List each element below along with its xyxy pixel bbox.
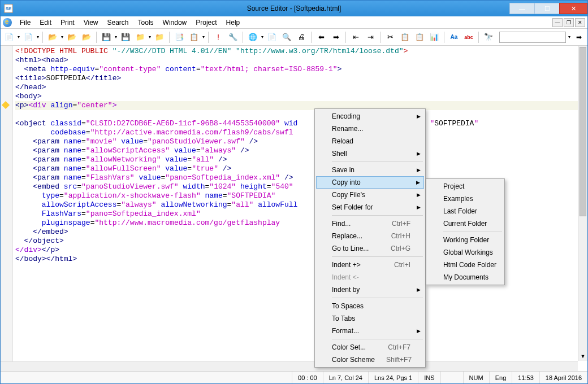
bookmark-icon[interactable] [2, 101, 10, 109]
open2-icon[interactable]: 📂 [66, 31, 78, 43]
menu-item-reload[interactable]: Reload [316, 135, 424, 147]
copy2-icon[interactable]: 📋 [399, 31, 411, 43]
paste2-icon[interactable]: 📋 [413, 31, 426, 43]
menu-item-indent-[interactable]: Indent +>Ctrl+I [316, 259, 424, 271]
status-timer: 00 : 00 [292, 372, 323, 383]
scroll-down-icon[interactable]: ▼ [578, 351, 587, 361]
folder2-icon[interactable]: 📁 [153, 31, 166, 43]
horizontal-scrollbar[interactable] [1, 361, 578, 371]
exclaim-icon[interactable]: ! [212, 31, 224, 43]
indent-left-icon[interactable]: ⇤ [349, 31, 362, 43]
menu-item-rename-[interactable]: Rename... [316, 123, 424, 135]
save-icon[interactable]: 💾 [100, 31, 113, 43]
font-abc-icon[interactable]: abc [462, 31, 475, 43]
context-menu[interactable]: Encoding▶Rename...ReloadShell▶Save in▶Co… [314, 108, 426, 368]
menu-item-copy-into[interactable]: Copy into▶ [316, 176, 424, 189]
menu-tools[interactable]: Tools [133, 18, 158, 28]
menu-item-working-folder[interactable]: Working Folder [427, 234, 503, 246]
new-blank-icon[interactable]: 📄 [22, 31, 34, 43]
menu-item-encoding[interactable]: Encoding▶ [316, 110, 424, 123]
menu-item-find-[interactable]: Find...Ctrl+F [316, 217, 424, 230]
menubar: FileEditPrintViewSearchToolsWindowProjec… [1, 16, 587, 29]
menu-item-color-scheme[interactable]: Color SchemeShift+F7 [316, 354, 424, 366]
menu-item-global-workings[interactable]: Global Workings [427, 246, 503, 259]
menu-file[interactable]: File [15, 18, 35, 28]
mdi-restore-button[interactable]: ❐ [564, 18, 574, 27]
menu-item-my-documents[interactable]: My Documents [427, 271, 503, 283]
window-title: Source Editor - [Softpedia.html] [247, 5, 341, 12]
status-insert-mode[interactable]: INS [418, 372, 440, 383]
status-numlock: NUM [463, 372, 489, 383]
page-icon[interactable]: 📄 [266, 31, 278, 43]
gutter[interactable] [1, 46, 13, 371]
menu-item-go-to-line-[interactable]: Go to Line...Ctrl+G [316, 242, 424, 255]
go-button[interactable]: ➡ [573, 31, 585, 43]
menu-help[interactable]: Help [222, 18, 245, 28]
copy-icon[interactable]: 📑 [173, 31, 185, 43]
menu-item-indent-: Indent <- [316, 271, 424, 283]
app-icon: SE [4, 4, 13, 13]
menu-item-indent-by[interactable]: Indent by▶ [316, 283, 424, 296]
cut-icon[interactable]: ✂ [384, 31, 396, 43]
binoculars-icon[interactable]: 🔭 [482, 31, 495, 43]
minimize-button[interactable]: — [509, 3, 535, 14]
folder-icon[interactable]: 📁 [134, 31, 146, 43]
menu-item-examples[interactable]: Examples [427, 193, 503, 205]
open-icon[interactable]: 📂 [46, 31, 59, 43]
menu-item-save-in[interactable]: Save in▶ [316, 164, 424, 176]
menu-project[interactable]: Project [191, 18, 221, 28]
menu-item-format-[interactable]: Format...▶ [316, 325, 424, 337]
menu-print[interactable]: Print [56, 18, 79, 28]
nav-back-icon[interactable]: ⬅ [315, 31, 327, 43]
mdi-close-button[interactable]: ✕ [575, 18, 585, 27]
status-selection: Lns 24, Pgs 1 [368, 372, 418, 383]
menu-edit[interactable]: Edit [35, 18, 56, 28]
menu-item-html-code-folder[interactable]: Html Code Folder [427, 259, 503, 271]
menu-item-color-set-[interactable]: Color Set...Ctrl+F7 [316, 341, 424, 354]
search-icon[interactable]: 🔍 [280, 31, 293, 43]
new-file-icon[interactable]: 📄 [3, 31, 15, 43]
status-language[interactable]: Eng [489, 372, 512, 383]
nav-fwd-icon[interactable]: ➡ [330, 31, 342, 43]
wrench-icon[interactable]: 🔧 [227, 31, 239, 43]
menu-item-last-folder[interactable]: Last Folder [427, 205, 503, 217]
menu-item-current-folder[interactable]: Current Folder [427, 217, 503, 230]
ie-icon [3, 18, 12, 27]
menu-item-set-folder-for[interactable]: Set Folder for▶ [316, 201, 424, 213]
open3-icon[interactable]: 📂 [80, 31, 93, 43]
menu-item-replace-[interactable]: Replace...Ctrl+H [316, 230, 424, 242]
menu-window[interactable]: Window [158, 18, 192, 28]
menu-item-project[interactable]: Project [427, 180, 503, 193]
menu-view[interactable]: View [79, 18, 103, 28]
search-dropdown[interactable] [499, 32, 566, 43]
menu-item-to-spaces[interactable]: To Spaces [316, 300, 424, 312]
context-submenu-copy-into[interactable]: ProjectExamplesLast FolderCurrent Folder… [426, 178, 505, 285]
menu-item-shell[interactable]: Shell▶ [316, 147, 424, 160]
save-all-icon[interactable]: 💾 [119, 31, 132, 43]
status-time: 11:53 [512, 372, 539, 383]
toolbar: 📄▾ 📄▾ 📂▾ 📂 📂 💾▾ 💾 📁▾ 📁 📑 📋▾ ! 🔧 🌐▾ 📄 🔍 🖨… [1, 29, 587, 46]
close-button[interactable]: ✕ [559, 3, 587, 14]
vertical-scrollbar[interactable]: ▲ ▼ [578, 46, 587, 361]
titlebar[interactable]: SE Source Editor - [Softpedia.html] — ☐ … [1, 1, 587, 16]
status-date: 18 April 2016 [539, 372, 587, 383]
menu-search[interactable]: Search [103, 18, 133, 28]
paste-icon[interactable]: 📋 [188, 31, 200, 43]
scroll-thumb[interactable] [580, 47, 586, 216]
statusbar: 00 : 00 Ln 7, Col 24 Lns 24, Pgs 1 INS N… [1, 371, 587, 383]
mdi-minimize-button[interactable]: — [552, 18, 563, 27]
menu-item-copy-file-s[interactable]: Copy File's▶ [316, 189, 424, 201]
print-icon[interactable]: 🖨 [295, 31, 308, 43]
menu-item-to-tabs[interactable]: To Tabs [316, 312, 424, 325]
maximize-button[interactable]: ☐ [534, 3, 560, 14]
browser-icon[interactable]: 🌐 [247, 31, 259, 43]
status-position: Ln 7, Col 24 [323, 372, 368, 383]
chart-icon[interactable]: 📊 [428, 31, 440, 43]
font-aa-icon[interactable]: Aa [448, 31, 460, 43]
indent-right-icon[interactable]: ⇥ [364, 31, 377, 43]
